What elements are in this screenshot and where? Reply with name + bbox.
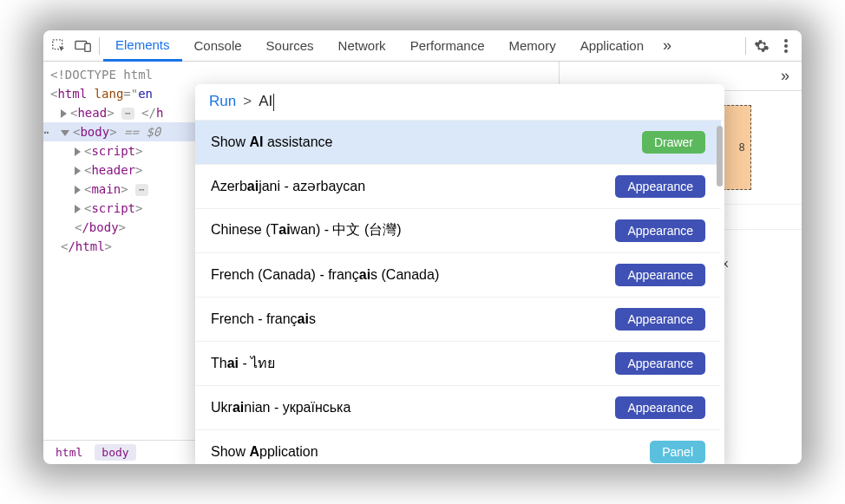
svg-rect-2	[85, 43, 90, 51]
command-item[interactable]: Show AI assistanceDrawer	[195, 121, 721, 165]
command-menu: Run >AI Show AI assistanceDrawerAzerbaij…	[195, 84, 724, 464]
command-item-badge: Appearance	[615, 219, 705, 242]
command-item-label: French (Canada) - français (Canada)	[211, 267, 439, 283]
sidebar-tabs-overflow[interactable]: »	[774, 67, 796, 85]
command-item-label: Ukrainian - українська	[211, 400, 350, 416]
command-item[interactable]: Show ApplicationPanel	[195, 430, 721, 464]
tab-memory[interactable]: Memory	[497, 30, 568, 62]
command-item-label: French - français	[211, 311, 316, 327]
main-toolbar: Elements Console Sources Network Perform…	[43, 30, 802, 62]
svg-point-5	[784, 49, 788, 53]
command-item-label: Chinese (Taiwan) - 中文 (台灣)	[211, 221, 402, 239]
command-item-badge: Appearance	[615, 308, 705, 331]
command-item[interactable]: Thai - ไทยAppearance	[195, 342, 721, 386]
command-item-label: Show Application	[211, 444, 318, 460]
inspect-element-icon[interactable]	[47, 34, 71, 58]
more-options-icon[interactable]	[774, 34, 798, 58]
breadcrumb-html[interactable]: html	[49, 444, 89, 461]
tab-performance[interactable]: Performance	[398, 30, 497, 62]
devtools-window: Elements Console Sources Network Perform…	[43, 30, 802, 464]
command-item-badge: Drawer	[642, 131, 705, 154]
command-item-badge: Appearance	[615, 175, 705, 198]
toolbar-separator	[745, 37, 746, 55]
settings-gear-icon[interactable]	[750, 34, 774, 58]
tabs-overflow-button[interactable]: »	[656, 36, 678, 55]
command-item[interactable]: Azerbaijani - azərbaycanAppearance	[195, 165, 721, 209]
command-item[interactable]: French - françaisAppearance	[195, 298, 721, 342]
command-prefix-label: Run	[209, 93, 236, 110]
tab-sources[interactable]: Sources	[254, 30, 326, 62]
command-input[interactable]: AI	[259, 93, 274, 111]
command-item-badge: Appearance	[615, 396, 705, 419]
command-results-list: Show AI assistanceDrawerAzerbaijani - az…	[195, 121, 724, 464]
box-model-margin-right: 8	[739, 141, 745, 154]
tab-elements[interactable]: Elements	[103, 30, 182, 62]
command-item-label: Azerbaijani - azərbaycan	[211, 178, 365, 194]
command-item-badge: Appearance	[615, 264, 705, 286]
device-toggle-icon[interactable]	[71, 34, 95, 58]
tab-network[interactable]: Network	[326, 30, 398, 62]
svg-point-4	[784, 44, 788, 48]
scrollbar[interactable]	[717, 126, 723, 187]
dom-doctype[interactable]: <!DOCTYPE html	[43, 65, 559, 84]
toolbar-separator	[99, 37, 100, 55]
tab-console[interactable]: Console	[182, 30, 254, 62]
command-input-row[interactable]: Run >AI	[195, 84, 724, 121]
command-item-label: Thai - ไทย	[211, 352, 275, 374]
command-item-badge: Panel	[650, 441, 705, 463]
command-item[interactable]: Chinese (Taiwan) - 中文 (台灣)Appearance	[195, 209, 721, 253]
breadcrumb-body[interactable]: body	[95, 444, 135, 461]
command-item[interactable]: French (Canada) - français (Canada)Appea…	[195, 253, 721, 298]
command-item[interactable]: Ukrainian - українськаAppearance	[195, 386, 721, 430]
command-item-badge: Appearance	[615, 352, 705, 375]
svg-point-3	[784, 39, 788, 43]
command-item-label: Show AI assistance	[211, 134, 333, 150]
tab-application[interactable]: Application	[568, 30, 656, 62]
command-caret: >	[243, 93, 252, 110]
